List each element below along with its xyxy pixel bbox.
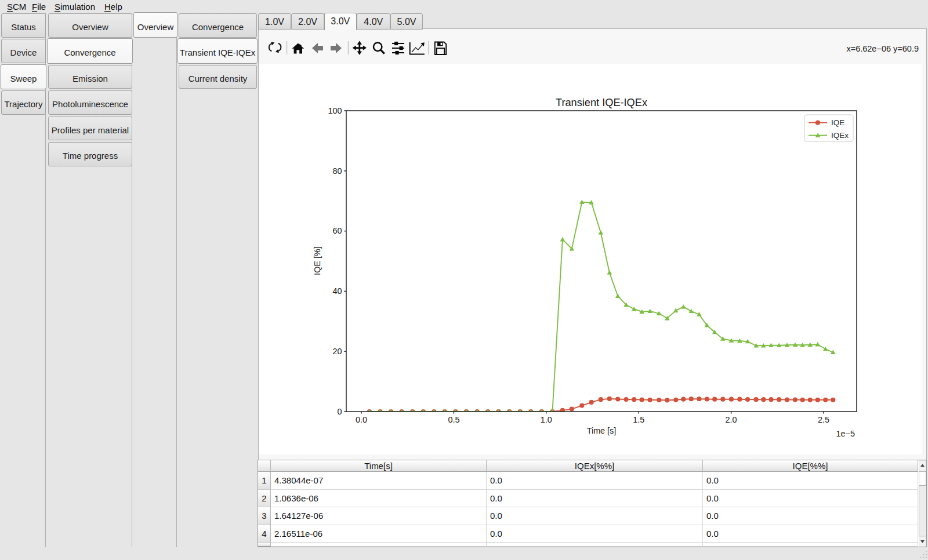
svg-text:IQE: IQE xyxy=(831,118,844,127)
svg-text:1.5: 1.5 xyxy=(633,415,644,424)
svg-text:2.0: 2.0 xyxy=(726,415,737,424)
svg-text:IQE [%]: IQE [%] xyxy=(313,246,322,275)
svg-text:40: 40 xyxy=(332,286,342,296)
svg-text:0.5: 0.5 xyxy=(448,415,459,424)
svg-text:1.0: 1.0 xyxy=(541,415,552,424)
svg-text:60: 60 xyxy=(332,226,342,235)
svg-text:IQEx: IQEx xyxy=(831,131,849,140)
svg-text:20: 20 xyxy=(332,347,342,356)
svg-text:0: 0 xyxy=(337,407,342,416)
svg-text:80: 80 xyxy=(332,166,342,176)
svg-text:1e−5: 1e−5 xyxy=(836,429,855,438)
svg-text:0.0: 0.0 xyxy=(356,415,367,424)
svg-text:2.5: 2.5 xyxy=(818,415,829,424)
svg-text:Time [s]: Time [s] xyxy=(587,426,617,435)
svg-text:Transient IQE-IQEx: Transient IQE-IQEx xyxy=(556,97,647,108)
svg-text:100: 100 xyxy=(328,106,342,115)
